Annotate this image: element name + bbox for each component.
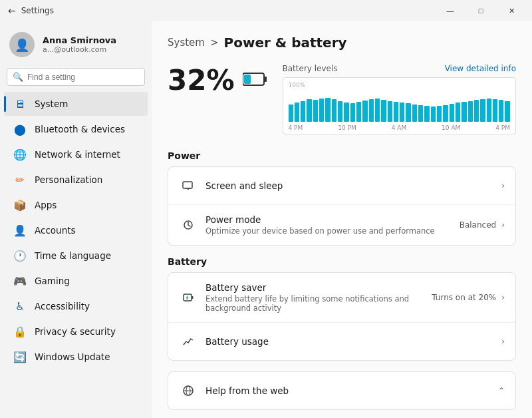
- chart-bar: [338, 101, 342, 122]
- titlebar-left: ← Settings: [8, 5, 54, 16]
- svg-rect-8: [192, 296, 194, 299]
- sidebar-item-bluetooth[interactable]: ⬤ Bluetooth & devices: [4, 117, 148, 141]
- chart-bar: [325, 98, 330, 122]
- chart-bar: [505, 101, 509, 122]
- power-settings-card: Screen and sleep › Power mode: [168, 166, 516, 246]
- sidebar-item-apps[interactable]: 📦 Apps: [4, 193, 148, 217]
- sidebar-item-accessibility[interactable]: ♿ Accessibility: [4, 294, 148, 318]
- chart-bar: [381, 100, 386, 122]
- chart-bar: [307, 99, 311, 122]
- chart-bar: [487, 99, 491, 122]
- app-container: 👤 Anna Smirnova a...@outlook.com 🔍 🖥 Sys…: [0, 21, 532, 418]
- view-detailed-link[interactable]: View detailed info: [445, 64, 516, 73]
- sidebar-item-system-label: System: [35, 99, 68, 109]
- battery-saver-chevron: ›: [501, 293, 505, 302]
- chart-bar: [388, 101, 392, 122]
- battery-usage-right: ›: [501, 337, 505, 346]
- search-icon: 🔍: [13, 72, 23, 82]
- chart-bar: [362, 101, 367, 122]
- chart-bar: [369, 99, 374, 122]
- sidebar-item-gaming-label: Gaming: [35, 276, 70, 286]
- help-web-row[interactable]: Help from the web ⌃: [168, 372, 515, 409]
- search-box[interactable]: 🔍: [7, 68, 145, 86]
- sidebar-item-network[interactable]: 🌐 Network & internet: [4, 142, 148, 166]
- back-icon[interactable]: ←: [8, 5, 16, 16]
- breadcrumb-current: Power & battery: [224, 35, 347, 51]
- time-label-2: 10 PM: [338, 124, 356, 131]
- screen-sleep-right: ›: [501, 181, 505, 190]
- chart-bar: [462, 102, 466, 122]
- sidebar-item-update-label: Windows Update: [35, 351, 110, 362]
- chart-100-label: 100%: [289, 82, 306, 89]
- accessibility-icon: ♿: [13, 300, 27, 313]
- chart-bar: [332, 99, 336, 122]
- battery-percent: 32%: [168, 64, 235, 97]
- chart-bar: [394, 102, 398, 122]
- chart-bar: [443, 105, 448, 122]
- help-web-right: ⌃: [498, 386, 505, 395]
- gaming-icon: 🎮: [13, 274, 27, 288]
- sidebar-item-time[interactable]: 🕐 Time & language: [4, 244, 148, 268]
- battery-saver-title: Battery saver: [205, 282, 432, 293]
- battery-section-label: Battery: [168, 256, 516, 267]
- chart-bar: [474, 100, 479, 122]
- minimize-button[interactable]: —: [435, 0, 466, 21]
- sidebar-item-system[interactable]: 🖥 System: [4, 92, 148, 116]
- chart-bar: [356, 102, 361, 122]
- sidebar-item-accounts[interactable]: 👤 Accounts: [4, 218, 148, 242]
- close-button[interactable]: ✕: [496, 0, 527, 21]
- sidebar-item-privacy-label: Privacy & security: [35, 326, 116, 337]
- breadcrumb: System > Power & battery: [168, 35, 516, 51]
- privacy-icon: 🔒: [13, 325, 27, 338]
- help-chevron-up: ⌃: [498, 386, 505, 395]
- time-label-1: 4 PM: [289, 124, 303, 131]
- time-label-5: 4 PM: [495, 124, 510, 131]
- chart-bar: [450, 104, 454, 122]
- screen-sleep-text: Screen and sleep: [205, 180, 501, 191]
- power-mode-row[interactable]: Power mode Optimize your device based on…: [168, 205, 515, 245]
- battery-usage-row[interactable]: Battery usage ›: [168, 323, 515, 360]
- power-mode-icon: [179, 216, 198, 234]
- user-section[interactable]: 👤 Anna Smirnova a...@outlook.com: [0, 21, 152, 65]
- help-section: Help from the web ⌃ Changing power mode: [168, 371, 516, 418]
- power-mode-chevron: ›: [501, 220, 505, 230]
- chart-bar: [480, 99, 485, 122]
- update-icon: 🔄: [13, 350, 27, 363]
- power-section: Power Screen and sleep ›: [168, 150, 516, 246]
- chart-bar: [375, 99, 380, 122]
- chart-bar: [400, 103, 404, 122]
- chart-bar: [344, 103, 348, 122]
- sidebar-item-personalization[interactable]: ✏ Personalization: [4, 168, 148, 192]
- chart-bar: [418, 105, 423, 122]
- chart-bar: [313, 100, 318, 122]
- power-mode-subtitle: Optimize your device based on power use …: [205, 226, 460, 236]
- svg-rect-1: [264, 77, 267, 82]
- power-section-label: Power: [168, 150, 516, 161]
- battery-saver-row[interactable]: Battery saver Extend battery life by lim…: [168, 273, 515, 323]
- sidebar-item-update[interactable]: 🔄 Windows Update: [4, 345, 148, 369]
- sidebar: 👤 Anna Smirnova a...@outlook.com 🔍 🖥 Sys…: [0, 21, 152, 418]
- bluetooth-icon: ⬤: [13, 122, 27, 136]
- maximize-button[interactable]: □: [466, 0, 496, 21]
- chart-bar: [468, 101, 473, 122]
- breadcrumb-parent[interactable]: System: [168, 37, 205, 49]
- sidebar-item-gaming[interactable]: 🎮 Gaming: [4, 269, 148, 293]
- battery-settings-card: Battery saver Extend battery life by lim…: [168, 272, 516, 361]
- network-icon: 🌐: [13, 148, 27, 161]
- main-content: System > Power & battery 32% Battery lev…: [152, 21, 532, 418]
- battery-usage-chevron: ›: [501, 337, 505, 346]
- battery-saver-subtitle: Extend battery life by limiting some not…: [205, 294, 432, 313]
- search-input[interactable]: [27, 73, 139, 82]
- breadcrumb-separator: >: [210, 37, 219, 49]
- screen-sleep-row[interactable]: Screen and sleep ›: [168, 167, 515, 205]
- chart-bar: [350, 103, 355, 122]
- system-icon: 🖥: [13, 97, 27, 110]
- battery-chart-section: Battery levels View detailed info 100% 4…: [283, 64, 516, 134]
- battery-usage-icon: [179, 332, 198, 351]
- time-label-3: 4 AM: [392, 124, 407, 131]
- chart-bar: [424, 106, 429, 122]
- user-email: a...@outlook.com: [43, 45, 116, 54]
- sidebar-item-privacy[interactable]: 🔒 Privacy & security: [4, 319, 148, 343]
- screen-sleep-icon: [179, 176, 198, 195]
- battery-saver-text: Battery saver Extend battery life by lim…: [205, 282, 432, 313]
